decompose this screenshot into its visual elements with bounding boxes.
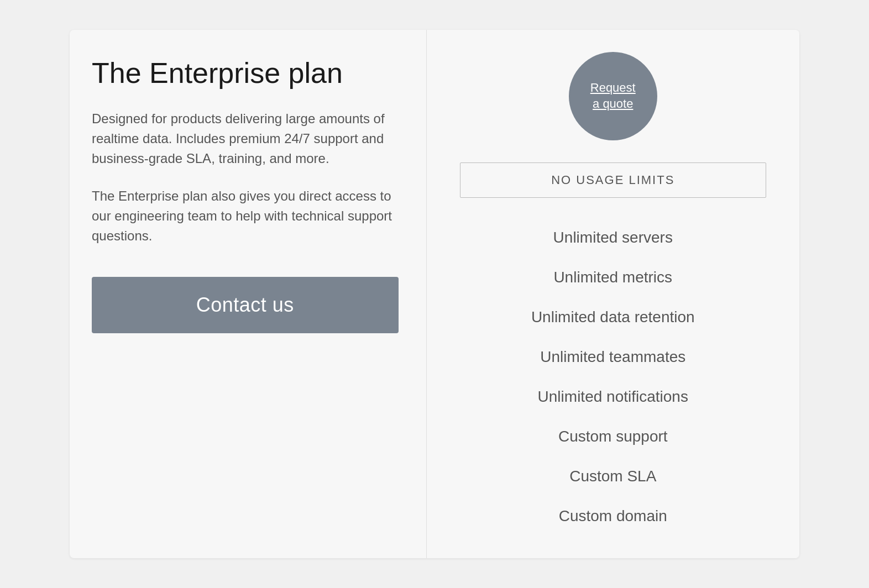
enterprise-plan-card: The Enterprise plan Designed for product… — [70, 30, 799, 558]
feature-item: Custom SLA — [460, 456, 767, 496]
feature-item: Custom domain — [460, 496, 767, 536]
feature-item: Unlimited servers — [460, 218, 767, 258]
feature-item: Custom support — [460, 417, 767, 456]
features-list: Unlimited serversUnlimited metricsUnlimi… — [460, 218, 767, 536]
no-usage-limits-box: NO USAGE LIMITS — [460, 162, 767, 198]
left-panel: The Enterprise plan Designed for product… — [70, 30, 427, 558]
feature-item: Unlimited data retention — [460, 297, 767, 337]
feature-item: Unlimited teammates — [460, 337, 767, 377]
request-quote-button[interactable]: Requesta quote — [569, 52, 657, 140]
plan-description-1: Designed for products delivering large a… — [92, 109, 399, 169]
feature-item: Unlimited notifications — [460, 377, 767, 417]
plan-description-2: The Enterprise plan also gives you direc… — [92, 186, 399, 246]
no-usage-limits-label: NO USAGE LIMITS — [551, 173, 674, 187]
request-quote-label: Requesta quote — [590, 80, 636, 112]
plan-title: The Enterprise plan — [92, 57, 399, 89]
contact-us-button[interactable]: Contact us — [92, 277, 399, 333]
right-panel: Requesta quote NO USAGE LIMITS Unlimited… — [427, 30, 800, 558]
feature-item: Unlimited metrics — [460, 258, 767, 297]
